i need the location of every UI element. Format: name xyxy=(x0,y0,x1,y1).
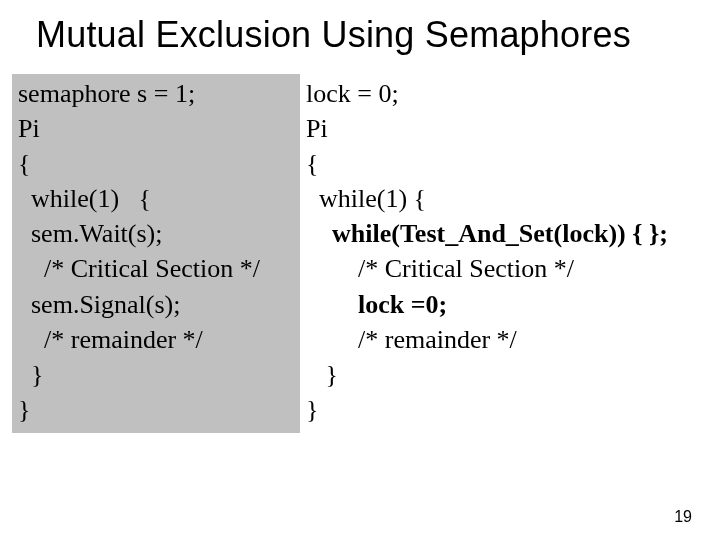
slide: Mutual Exclusion Using Semaphores semaph… xyxy=(0,0,720,540)
code-line: { xyxy=(306,146,702,181)
code-line: lock =0; xyxy=(306,287,702,322)
code-line: semaphore s = 1; xyxy=(18,76,294,111)
code-line: while(1) { xyxy=(18,181,294,216)
code-line: } xyxy=(18,392,294,427)
code-line: while(1) { xyxy=(306,181,702,216)
code-line: sem.Signal(s); xyxy=(18,287,294,322)
code-line: /* remainder */ xyxy=(306,322,702,357)
bold-code: while(Test_And_Set(lock)) { }; xyxy=(332,219,668,248)
code-line: Pi xyxy=(18,111,294,146)
semaphore-code-block: semaphore s = 1; Pi { while(1) { sem.Wai… xyxy=(12,74,300,433)
code-line: Pi xyxy=(306,111,702,146)
code-line: /* Critical Section */ xyxy=(18,251,294,286)
page-number: 19 xyxy=(674,508,692,526)
code-line: /* Critical Section */ xyxy=(306,251,702,286)
code-line: sem.Wait(s); xyxy=(18,216,294,251)
code-line: { xyxy=(18,146,294,181)
indent xyxy=(306,219,332,248)
code-line: } xyxy=(306,392,702,427)
indent xyxy=(306,290,358,319)
testandset-code-block: lock = 0; Pi { while(1) { while(Test_And… xyxy=(300,74,708,433)
bold-code: lock =0; xyxy=(358,290,447,319)
code-line: while(Test_And_Set(lock)) { }; xyxy=(306,216,702,251)
code-line: } xyxy=(306,357,702,392)
code-line: } xyxy=(18,357,294,392)
slide-title: Mutual Exclusion Using Semaphores xyxy=(36,14,700,56)
code-line: lock = 0; xyxy=(306,76,702,111)
content-columns: semaphore s = 1; Pi { while(1) { sem.Wai… xyxy=(12,74,708,433)
code-line: /* remainder */ xyxy=(18,322,294,357)
